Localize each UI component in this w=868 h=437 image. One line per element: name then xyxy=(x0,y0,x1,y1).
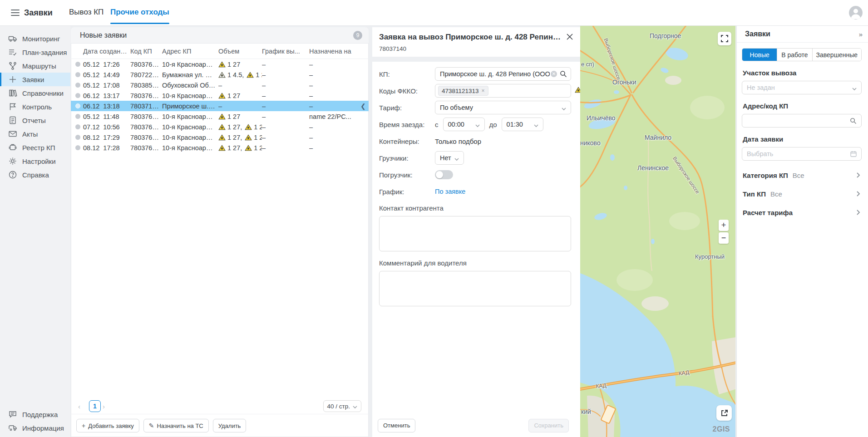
table-row[interactable]: 06.12 13:177803767210-я Красноарм...1 27… xyxy=(71,90,369,101)
map-fullscreen-button[interactable] xyxy=(718,32,731,45)
sidebar-item-план-задания[interactable]: План-задания xyxy=(0,45,70,59)
col-address: Адрес КП xyxy=(162,48,218,55)
cell-assigned: – xyxy=(309,61,360,68)
search-icon[interactable] xyxy=(560,70,567,78)
save-button[interactable]: Сохранить xyxy=(528,419,569,432)
cell-schedule: – xyxy=(262,134,309,141)
detail-header: Заявка на вывоз Приморское ш. д. 428 Реп… xyxy=(372,27,580,42)
kp-input[interactable]: Приморское ш. д. 428 Репино (ООО Ре ✕ xyxy=(435,67,571,81)
sidebar-item-поддержка[interactable]: Поддержка xyxy=(0,408,70,421)
date-picker-input[interactable]: Выбрать xyxy=(742,147,862,161)
tab-vyvoz-kp[interactable]: Вывоз КП xyxy=(69,8,104,17)
sidebar-item-справка[interactable]: Справка xyxy=(0,168,70,182)
cell-assigned: – xyxy=(309,123,360,131)
status-dot-icon xyxy=(75,62,80,67)
sidebar-item-контроль[interactable]: Контроль xyxy=(0,100,70,113)
assign-to-vehicle-button[interactable]: ✎ Назначить на ТС xyxy=(143,419,209,432)
map[interactable]: Подгорноее сп)ОгонькиИльичёвоМайнилонико… xyxy=(580,26,735,437)
cell-code: 78037672 xyxy=(130,61,162,68)
cell-schedule: – xyxy=(262,144,309,152)
address-search-input[interactable] xyxy=(742,114,862,128)
category-filter-row[interactable]: Категория КП Все xyxy=(743,172,861,179)
clear-icon[interactable]: ✕ xyxy=(551,71,557,77)
tag-remove-icon[interactable]: × xyxy=(482,88,485,94)
sidebar-item-реестр кп[interactable]: Реестр КП xyxy=(0,141,70,154)
table-row[interactable]: 05.12 17:0878038520Обуховской Обо...–––❮ xyxy=(71,80,369,90)
sidebar-item-маршруты[interactable]: Маршруты xyxy=(0,59,70,73)
sidebar-item-информация[interactable]: Информация xyxy=(0,421,70,435)
map-label: Ильичёво xyxy=(587,114,616,122)
date-section-label: Дата заявки xyxy=(743,135,861,143)
time-from-select[interactable]: 00:00 xyxy=(443,118,485,131)
routes-icon xyxy=(8,61,17,70)
table-row[interactable]: 05.12 11:487803767210-я Красноарм...1 27… xyxy=(71,111,369,122)
fkko-label: Коды ФККО: xyxy=(379,87,435,95)
vyvoz-select[interactable]: Не задан xyxy=(742,81,862,94)
tab-prochie-othody[interactable]: Прочие отходы xyxy=(110,8,169,17)
tab-completed[interactable]: Завершенные xyxy=(812,49,861,61)
tariff-calc-row[interactable]: Расчет тарифа xyxy=(743,209,861,216)
driver-comment-textarea[interactable] xyxy=(379,271,571,306)
map-zoom-out-button[interactable]: − xyxy=(719,232,729,244)
map-zoom-in-button[interactable]: + xyxy=(719,220,729,231)
map-open-external-button[interactable] xyxy=(716,405,732,421)
tariff-select[interactable]: По объему xyxy=(435,101,571,114)
tab-in-progress[interactable]: В работе xyxy=(777,49,812,61)
cell-volume: 1 27 xyxy=(218,113,262,120)
warning-icon xyxy=(218,145,226,151)
fkko-input[interactable]: 47381121313 × xyxy=(435,84,571,98)
time-to-select[interactable]: 01:30 xyxy=(502,118,543,131)
add-request-button[interactable]: + Добавить заявку xyxy=(76,419,139,432)
table-row[interactable]: 06.12 13:1878037140Приморское ш. ...–––❮ xyxy=(71,101,369,111)
sidebar-item-мониторинг[interactable]: Мониторинг xyxy=(0,32,70,45)
schedule-link[interactable]: По заявке xyxy=(435,188,465,195)
contact-textarea[interactable] xyxy=(379,216,571,251)
loaders-select[interactable]: Нет xyxy=(435,151,464,165)
cell-date: 05.12 14:49 xyxy=(83,71,130,79)
page-size-select[interactable]: 40 / стр. xyxy=(323,400,361,412)
sidebar-item-справочники[interactable]: Справочники xyxy=(0,86,70,100)
status-dot-icon xyxy=(75,145,80,150)
menu-icon[interactable] xyxy=(11,10,20,16)
forklift-toggle[interactable] xyxy=(435,170,453,179)
chevron-down-icon xyxy=(534,122,538,127)
col-assigned: Назначена на xyxy=(309,48,360,55)
mail-icon xyxy=(8,129,17,138)
status-dot-icon xyxy=(75,72,80,77)
map-provider-logo[interactable]: 2GIS xyxy=(713,425,730,433)
cell-code: 78038520 xyxy=(130,82,162,89)
filter-panel-header: Заявки » xyxy=(737,26,868,43)
close-icon[interactable] xyxy=(566,33,574,41)
collapse-panel-icon[interactable]: » xyxy=(859,30,862,38)
sidebar-item-настройки[interactable]: Настройки xyxy=(0,154,70,168)
warning-icon xyxy=(218,93,226,99)
warning-icon xyxy=(245,124,252,130)
table-row[interactable]: 08.12 17:297803767210-я Красноарм...1 27… xyxy=(71,132,369,142)
table-row[interactable]: 08.12 17:287803767210-я Красноарм...1 27… xyxy=(71,142,369,153)
page-number-button[interactable]: 1 xyxy=(89,400,101,412)
prev-page-icon[interactable]: ‹ xyxy=(78,403,87,410)
sidebar-item-акты[interactable]: Акты xyxy=(0,127,70,141)
cell-schedule: – xyxy=(262,123,309,131)
warning-icon xyxy=(218,124,226,130)
cancel-button[interactable]: Отменить xyxy=(378,419,415,432)
next-page-icon[interactable]: › xyxy=(103,403,112,410)
cell-assigned: – xyxy=(309,92,360,99)
sidebar-item-отчеты[interactable]: Отчеты xyxy=(0,113,70,127)
tab-new[interactable]: Новые xyxy=(742,49,777,61)
table-row[interactable]: 05.12 17:267803767210-я Красноарм...1 27… xyxy=(71,59,369,69)
delete-button[interactable]: Удалить xyxy=(213,419,247,432)
cell-date: 05.12 11:48 xyxy=(83,113,130,120)
user-avatar[interactable] xyxy=(849,6,863,20)
table-row[interactable]: 05.12 14:4978072277Бумажная ул. д. ...1 … xyxy=(71,69,369,80)
plus-icon xyxy=(8,75,17,84)
table-row[interactable]: 07.12 10:567803767210-я Красноарм...1 27… xyxy=(71,122,369,132)
type-filter-row[interactable]: Тип КП Все xyxy=(743,190,861,198)
sidebar-item-заявки[interactable]: Заявки xyxy=(0,73,70,86)
help-icon xyxy=(8,170,17,179)
cell-address: Обуховской Обо... xyxy=(162,82,218,89)
status-dot-icon xyxy=(75,83,80,88)
status-dot-icon xyxy=(75,135,80,140)
cell-code: 78037672 xyxy=(130,123,162,131)
cell-volume: – xyxy=(218,103,262,110)
